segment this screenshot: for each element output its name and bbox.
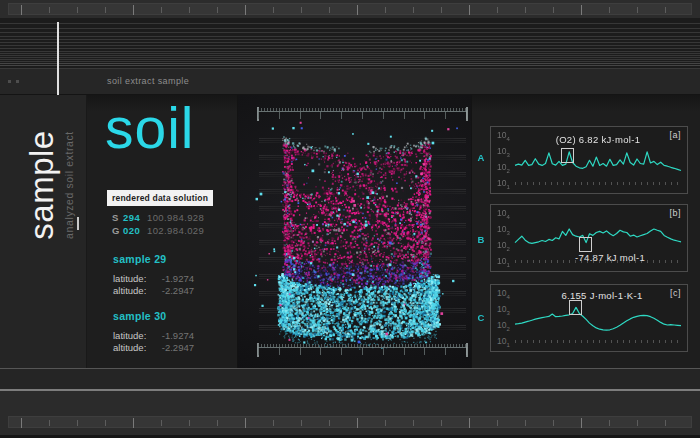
y-axis-tick: 101 <box>497 178 510 194</box>
y-axis-tick: 103 <box>497 146 510 162</box>
y-axis-tick: 102 <box>497 240 510 256</box>
vertical-accent-line <box>57 22 59 95</box>
subtitle-tag: rendered data solution <box>107 190 213 206</box>
chart-column: A [a] (O2) 6.82 kJ·mol-1 104103102101 B … <box>472 95 700 368</box>
header-title: soil extract sample <box>107 76 189 86</box>
chart-annotation: (O2) 6.82 kJ·mol-1 <box>556 134 641 145</box>
y-axis-tick: 103 <box>497 304 510 320</box>
reading-row: G 020 102.984.029 <box>112 225 204 237</box>
y-axis-tick: 101 <box>497 336 510 352</box>
info-column: soil rendered data solution S 294 100.98… <box>87 95 237 368</box>
sample-row: altitude: -2.2947 <box>113 342 194 354</box>
reading-code: 294 <box>123 212 147 224</box>
chart-marker-box <box>569 300 582 315</box>
viz-ruler-medium-ticks <box>258 348 467 355</box>
bottom-spacer-strip <box>0 368 700 389</box>
reading-row: S 294 100.984.928 <box>112 212 204 224</box>
viz-ruler-medium-ticks <box>258 112 467 119</box>
sample-row-label: altitude: <box>113 285 146 297</box>
header-dot-icon <box>16 80 19 83</box>
main-content: sample analyzed soil extract soil render… <box>0 95 700 368</box>
sample-row: latitude: -1.9274 <box>113 330 194 342</box>
header-bar: soil extract sample <box>0 68 700 96</box>
chart-panel-b[interactable]: [b] -74.87 kJ mol-1 104103102101 <box>490 204 688 272</box>
sidebar: sample analyzed soil extract <box>0 95 87 368</box>
sample-row-value: -2.2947 <box>162 285 194 297</box>
sample-row-value: -1.9274 <box>162 330 194 342</box>
sample-row-label: latitude: <box>113 273 146 285</box>
chart-annotation: -74.87 kJ mol-1 <box>575 252 645 263</box>
reading-label: S <box>112 212 123 224</box>
viz-ruler-top <box>258 107 467 121</box>
sidebar-vertical-title: sample <box>22 121 62 249</box>
top-measure-bar <box>0 0 700 19</box>
reading-code: 020 <box>123 225 147 237</box>
sidebar-vertical-subtitle: analyzed soil extract <box>62 123 76 247</box>
sample-row-value: -2.2947 <box>162 342 194 354</box>
viz-panel <box>237 95 472 368</box>
bottom-measure-bar <box>0 391 700 438</box>
y-axis-tick: 104 <box>497 130 510 146</box>
top-ruler <box>8 3 692 15</box>
soil-pointcloud-canvas[interactable] <box>238 95 471 368</box>
sample-row: latitude: -1.9274 <box>113 273 194 285</box>
sidebar-dash <box>77 217 79 230</box>
ruler-major-ticks <box>21 418 687 428</box>
sample-block: sample 29 latitude: -1.9274 altitude: -2… <box>113 253 194 297</box>
bottom-ruler <box>8 416 692 428</box>
sample-block: sample 30 latitude: -1.9274 altitude: -2… <box>113 310 194 354</box>
chart-b-label: B <box>476 234 486 245</box>
chart-baseline-dots <box>515 340 682 343</box>
y-axis-tick: 102 <box>497 320 510 336</box>
header-dot-icon <box>8 80 11 83</box>
y-axis-tick: 104 <box>497 288 510 304</box>
chart-marker-box <box>561 148 574 163</box>
y-axis-tick: 102 <box>497 162 510 178</box>
sample-row-label: altitude: <box>113 342 146 354</box>
chart-panel-c[interactable]: [c] 6.155 J·mol-1·K-1 104103102101 <box>490 284 688 352</box>
chart-a-label: A <box>476 152 486 163</box>
sample-row: altitude: -2.2947 <box>113 285 194 297</box>
chart-panel-a[interactable]: [a] (O2) 6.82 kJ·mol-1 104103102101 <box>490 126 688 194</box>
reading-label: G <box>112 225 123 237</box>
page-title: soil <box>105 97 195 160</box>
sample-name: sample 29 <box>113 253 194 265</box>
sample-row-value: -1.9274 <box>162 273 194 285</box>
viz-ruler-bottom <box>258 343 467 357</box>
chart-c-label: C <box>476 312 486 323</box>
y-axis-tick: 104 <box>497 208 510 224</box>
sample-row-label: latitude: <box>113 330 146 342</box>
app-window: soil extract sample sample analyzed soil… <box>0 0 700 438</box>
y-axis-tick: 101 <box>497 256 510 272</box>
chart-marker-box <box>579 237 592 252</box>
chart-baseline-dots <box>515 182 682 185</box>
ruler-major-ticks <box>21 5 687 15</box>
readings-table: S 294 100.984.928 G 020 102.984.029 <box>112 212 204 238</box>
stripe-band <box>0 18 700 68</box>
reading-value: 102.984.029 <box>147 225 204 237</box>
y-axis-tick: 103 <box>497 224 510 240</box>
reading-value: 100.984.928 <box>147 212 204 224</box>
sample-name: sample 30 <box>113 310 194 322</box>
